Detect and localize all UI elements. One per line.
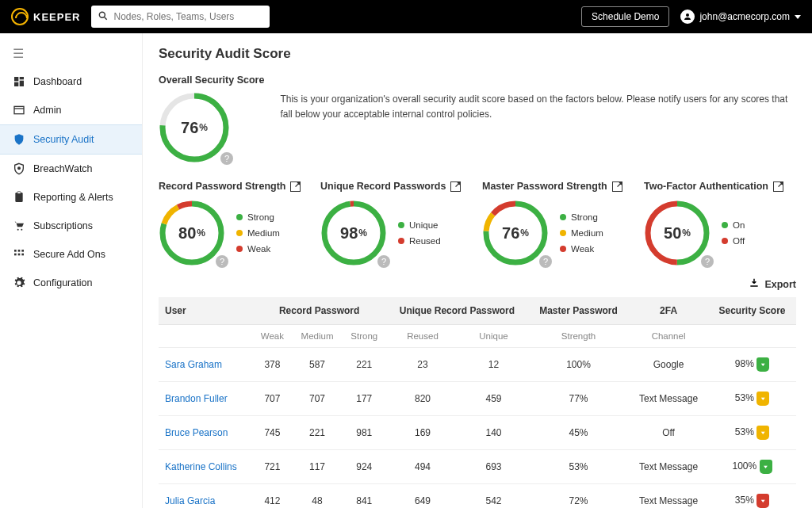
sidebar-toggle[interactable]: ☰ xyxy=(0,40,142,67)
user-link[interactable]: Sara Graham xyxy=(165,359,222,370)
svg-rect-11 xyxy=(17,192,21,194)
user-link[interactable]: Brandon Fuller xyxy=(165,393,228,404)
col-sub-5: Unique xyxy=(459,325,528,348)
popout-icon[interactable] xyxy=(612,181,622,192)
score-badge-icon xyxy=(756,392,769,406)
cell-medium: 48 xyxy=(292,484,342,509)
audit-table: UserRecord PasswordUnique Record Passwor… xyxy=(159,297,796,508)
popout-icon[interactable] xyxy=(290,181,301,192)
col-group-5[interactable]: Security Score xyxy=(708,297,796,325)
admin-icon xyxy=(13,104,25,116)
cell-score: 53% xyxy=(708,382,796,416)
svg-rect-16 xyxy=(21,250,24,252)
card-value: 50 xyxy=(664,224,681,243)
overall-description: This is your organization's overall secu… xyxy=(280,74,787,121)
legend-item: Reused xyxy=(398,236,441,246)
col-group-4[interactable]: 2FA xyxy=(629,297,708,325)
cell-unique: 542 xyxy=(459,484,528,509)
cell-unique: 12 xyxy=(459,348,528,382)
legend-item: Unique xyxy=(398,220,441,230)
legend-item: Medium xyxy=(236,228,280,238)
user-link[interactable]: Bruce Pearson xyxy=(165,427,228,438)
search-box[interactable] xyxy=(91,6,270,28)
sidebar-item-security-audit[interactable]: Security Audit xyxy=(0,124,142,155)
cell-unique: 693 xyxy=(459,450,528,484)
legend-label: Medium xyxy=(571,228,603,238)
user-link[interactable]: Katherine Collins xyxy=(165,461,237,472)
cell-strong: 177 xyxy=(343,382,386,416)
legend-dot-icon xyxy=(560,214,566,220)
cell-medium: 117 xyxy=(292,450,342,484)
legend-dot-icon xyxy=(398,222,404,228)
col-group-2[interactable]: Unique Record Password xyxy=(386,297,528,325)
col-sub-4: Reused xyxy=(386,325,459,348)
cell-reused: 169 xyxy=(386,416,459,450)
cell-reused: 649 xyxy=(386,484,459,509)
cell-weak: 412 xyxy=(252,484,292,509)
popout-icon[interactable] xyxy=(450,181,461,192)
col-group-1[interactable]: Record Password xyxy=(252,297,386,325)
sidebar-item-dashboard[interactable]: Dashboard xyxy=(0,67,142,96)
cell-weak: 721 xyxy=(252,450,292,484)
svg-rect-6 xyxy=(14,82,18,86)
card-title: Two-Factor Authentication xyxy=(644,181,768,192)
search-input[interactable] xyxy=(113,11,263,22)
sidebar-item-reporting-alerts[interactable]: Reporting & Alerts xyxy=(0,183,142,212)
legend-dot-icon xyxy=(722,222,728,228)
help-icon[interactable]: ? xyxy=(701,255,714,268)
topbar: KEEPER Schedule Demo john@acmecorp.com xyxy=(0,0,812,33)
main-content: Security Audit Score Overall Security Sc… xyxy=(143,33,812,508)
cell-weak: 745 xyxy=(252,416,292,450)
shield-icon xyxy=(13,133,25,146)
popout-icon[interactable] xyxy=(773,181,783,192)
legend-label: Strong xyxy=(247,212,274,222)
card-value: 98 xyxy=(340,224,358,243)
sidebar-item-label: Security Audit xyxy=(33,134,94,145)
help-icon[interactable]: ? xyxy=(216,255,228,268)
col-sub-2: Medium xyxy=(292,325,342,348)
cell-score: 100% xyxy=(708,450,796,484)
cell-medium: 707 xyxy=(292,382,342,416)
help-icon[interactable]: ? xyxy=(377,255,390,268)
legend-item: Strong xyxy=(560,212,603,222)
cell-master: 100% xyxy=(528,348,629,382)
col-group-3[interactable]: Master Password xyxy=(528,297,629,325)
account-icon xyxy=(680,10,695,24)
schedule-demo-button[interactable]: Schedule Demo xyxy=(581,6,669,27)
help-icon[interactable]: ? xyxy=(220,152,233,165)
sidebar-item-label: Dashboard xyxy=(33,76,82,87)
legend-label: Strong xyxy=(571,212,598,222)
overall-label: Overall Security Score xyxy=(159,74,264,86)
legend-label: Off xyxy=(733,236,745,246)
score-badge-icon xyxy=(760,460,772,474)
legend-dot-icon xyxy=(236,230,243,236)
sidebar-item-configuration[interactable]: Configuration xyxy=(0,269,142,297)
col-group-0[interactable]: User xyxy=(159,297,252,325)
help-icon[interactable]: ? xyxy=(539,255,552,268)
table-row: Brandon Fuller 707 707 177 820 459 77% T… xyxy=(159,382,796,416)
cart-icon xyxy=(13,220,25,232)
cell-master: 72% xyxy=(528,484,629,509)
cell-score: 35% xyxy=(708,484,796,509)
sidebar-item-admin[interactable]: Admin xyxy=(0,96,142,124)
cell-medium: 587 xyxy=(292,348,342,382)
page-title: Security Audit Score xyxy=(159,46,796,62)
sidebar-item-subscriptions[interactable]: Subscriptions xyxy=(0,212,142,240)
sidebar-item-breachwatch[interactable]: BreachWatch xyxy=(0,155,142,183)
brand-name: KEEPER xyxy=(33,11,80,23)
legend-label: Unique xyxy=(409,220,438,230)
user-link[interactable]: Julia Garcia xyxy=(165,495,215,506)
cell-score: 53% xyxy=(708,416,796,450)
search-icon xyxy=(98,10,109,24)
svg-rect-18 xyxy=(18,254,21,256)
export-button[interactable]: Export xyxy=(159,274,796,297)
sidebar-item-secure-add-ons[interactable]: Secure Add Ons xyxy=(0,240,142,269)
gear-icon xyxy=(13,277,25,289)
card-gauge: 50% ? xyxy=(644,200,710,266)
cell-channel: Google xyxy=(629,348,708,382)
legend-dot-icon xyxy=(236,214,243,220)
account-menu[interactable]: john@acmecorp.com xyxy=(680,10,801,24)
svg-rect-14 xyxy=(14,250,17,252)
score-card-3: Two-Factor Authentication 50% ? OnOff xyxy=(644,181,796,266)
svg-rect-3 xyxy=(14,77,18,81)
